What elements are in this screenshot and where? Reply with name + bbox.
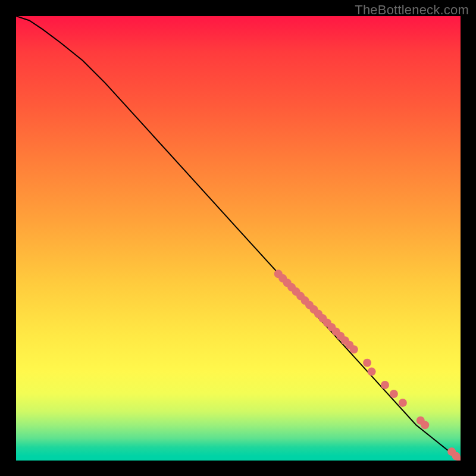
data-point	[305, 301, 314, 309]
data-point	[363, 359, 371, 367]
data-point	[296, 292, 305, 300]
data-point	[368, 368, 376, 376]
data-point	[301, 296, 309, 305]
data-point	[287, 283, 296, 292]
plot-area	[16, 16, 461, 461]
data-point	[456, 456, 461, 461]
data-point	[332, 327, 340, 336]
data-point	[390, 390, 398, 398]
data-point	[314, 310, 322, 318]
data-point	[327, 323, 336, 331]
data-point	[416, 416, 425, 425]
data-point	[350, 345, 358, 353]
chart-svg	[16, 16, 461, 461]
data-point	[341, 336, 349, 345]
data-point	[447, 447, 456, 456]
data-point	[323, 318, 331, 327]
data-point	[310, 305, 318, 314]
data-point	[345, 341, 353, 349]
data-point	[421, 421, 429, 429]
data-point	[278, 274, 287, 283]
data-point	[318, 314, 327, 322]
marker-group	[274, 270, 461, 461]
data-point	[381, 381, 389, 389]
data-point	[274, 270, 283, 278]
data-point	[399, 399, 407, 407]
data-point	[292, 287, 300, 296]
data-point	[452, 452, 461, 461]
curve-line	[16, 16, 461, 461]
data-point	[283, 278, 292, 287]
chart-frame: TheBottleneck.com	[0, 0, 476, 476]
data-point	[336, 332, 345, 340]
